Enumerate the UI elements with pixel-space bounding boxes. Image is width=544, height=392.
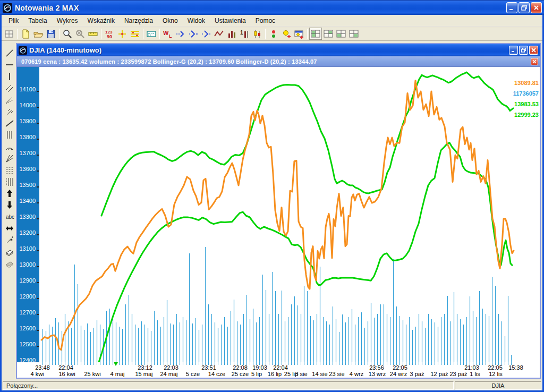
x-axis-tick [435, 362, 435, 365]
x-axis-tick [422, 362, 422, 365]
pointer-tool[interactable] [3, 234, 16, 246]
x-axis-tick [224, 362, 225, 365]
trend-line-tool[interactable] [3, 117, 16, 129]
x-axis-tick [269, 362, 269, 365]
signal-dots-button[interactable] [267, 28, 280, 40]
x-axis-tick [180, 362, 180, 365]
x-axis-tick [109, 362, 110, 365]
restore-button[interactable] [518, 2, 530, 13]
gann-fan-icon [5, 154, 14, 163]
x-axis-tick [97, 362, 97, 365]
chart-minimize-button[interactable] [509, 46, 518, 55]
x-axis-tick [196, 362, 196, 365]
menu-item-okno[interactable]: Okno [158, 15, 183, 26]
crosshair-button[interactable] [116, 28, 129, 40]
menu-item-widok[interactable]: Widok [183, 15, 210, 26]
horizontal-levels-tool[interactable] [3, 164, 16, 176]
close-button[interactable] [531, 2, 542, 13]
parallel-lines-icon [5, 83, 14, 93]
menu-item-ustawienia[interactable]: Ustawienia [210, 15, 251, 26]
vertical-line-icon [5, 72, 14, 81]
gann-fan-tool[interactable] [3, 152, 16, 164]
menu-item-wskaznik[interactable]: Wskaźnik [83, 15, 120, 26]
x-axis-tick [428, 362, 429, 365]
signal-arrow-2-button[interactable] [187, 28, 200, 40]
new-file-button[interactable] [19, 28, 32, 40]
menu-item-plik[interactable]: Plik [4, 15, 23, 26]
histogram-one-button[interactable]: 1 [238, 28, 251, 40]
y-axis-label: 13700 [19, 150, 36, 156]
arrow-up-tool[interactable] [3, 188, 16, 199]
fibonacci-arcs-tool[interactable] [3, 141, 16, 152]
layout-bottomright-button[interactable] [347, 28, 360, 40]
x-axis-tick [192, 362, 193, 365]
quote-panel-icon [146, 29, 157, 39]
levels-button[interactable] [129, 28, 141, 40]
x-axis-tick [218, 362, 218, 365]
x-axis-date-label: 13 wrz [369, 371, 386, 377]
x-axis-tick [129, 362, 129, 365]
parallel-lines-tool[interactable] [3, 82, 16, 94]
x-axis-tick [415, 362, 416, 365]
quote-panel-button[interactable] [145, 28, 158, 40]
add-point-button[interactable] [280, 28, 293, 40]
layout-bottomleft-button[interactable] [335, 28, 347, 40]
x-axis-tick [454, 362, 454, 365]
x-axis-tick [317, 362, 317, 365]
zigzag-icon [214, 29, 224, 39]
info-bar-close-button[interactable] [531, 58, 538, 65]
horizontal-line-tool[interactable] [3, 59, 16, 71]
x-axis-tick [450, 362, 451, 365]
x-axis-date-label: 25 kwi [84, 371, 100, 377]
last-value-1: 11736057 [513, 90, 539, 97]
title-bar[interactable]: Notowania 2 MAX [0, 0, 544, 15]
vertical-levels-tool[interactable] [3, 176, 16, 188]
candles-button[interactable] [251, 28, 264, 40]
x-axis-tick [272, 362, 273, 365]
save-button[interactable] [45, 28, 57, 40]
toolbar-separator [159, 29, 160, 39]
x-axis-tick [368, 362, 368, 365]
chart-restore-button[interactable] [519, 46, 528, 55]
menu-item-narzedzia[interactable]: Narzędzia [120, 15, 158, 26]
eraser-tool[interactable] [3, 246, 16, 258]
menu-item-tabela[interactable]: Tabela [23, 15, 52, 26]
ray-lines-tool[interactable] [3, 94, 16, 106]
minimize-button[interactable] [506, 2, 517, 13]
add-chart-window-button[interactable] [293, 28, 305, 40]
histogram-button[interactable] [225, 28, 238, 40]
pitchfork-tool[interactable] [3, 106, 16, 117]
menu-item-pomoc[interactable]: Pomoc [251, 15, 280, 26]
wl-button[interactable]: WL [162, 28, 174, 40]
signal-arrow-3-button[interactable] [200, 28, 212, 40]
horizontal-arrows-tool[interactable] [3, 223, 16, 234]
vertical-line-tool[interactable] [3, 71, 16, 82]
open-folder-button[interactable] [32, 28, 45, 40]
zigzag-button[interactable] [212, 28, 225, 40]
text-tool-tool[interactable]: abc [3, 211, 16, 223]
vertical-grid-lines-tool[interactable] [3, 129, 16, 141]
signal-arrow-1-button[interactable] [174, 28, 187, 40]
menu-item-wykres[interactable]: Wykres [52, 15, 83, 26]
x-axis-tick [288, 362, 288, 365]
zoom-disabled-button[interactable] [74, 28, 87, 40]
drawing-toolbar: abc [2, 47, 16, 269]
layout-left-button[interactable] [309, 28, 322, 40]
zoom-button[interactable] [61, 28, 74, 40]
x-axis-tick [409, 362, 410, 365]
layout-topright-button[interactable] [322, 28, 335, 40]
y-axis: 1410014000139001380013700136001350013400… [17, 67, 39, 362]
ruler-button[interactable] [87, 28, 99, 40]
x-axis-tick [358, 362, 359, 365]
chart-plot-area[interactable]: 13089.811173605713983.5312999.23 [39, 67, 540, 362]
y-axis-label: 12500 [19, 341, 36, 347]
diagonal-line-tool[interactable] [3, 47, 16, 59]
chart-window-titlebar[interactable]: DJIA (1440-minutowo) [17, 44, 540, 56]
arrow-down-tool[interactable] [3, 199, 16, 211]
chart-close-button[interactable] [529, 46, 538, 55]
digits-button[interactable]: 12390 [103, 28, 116, 40]
window-grid-button[interactable] [3, 28, 15, 40]
x-axis-tick [505, 362, 505, 365]
x-axis-tick [339, 362, 339, 365]
y-axis-tick [37, 202, 39, 203]
